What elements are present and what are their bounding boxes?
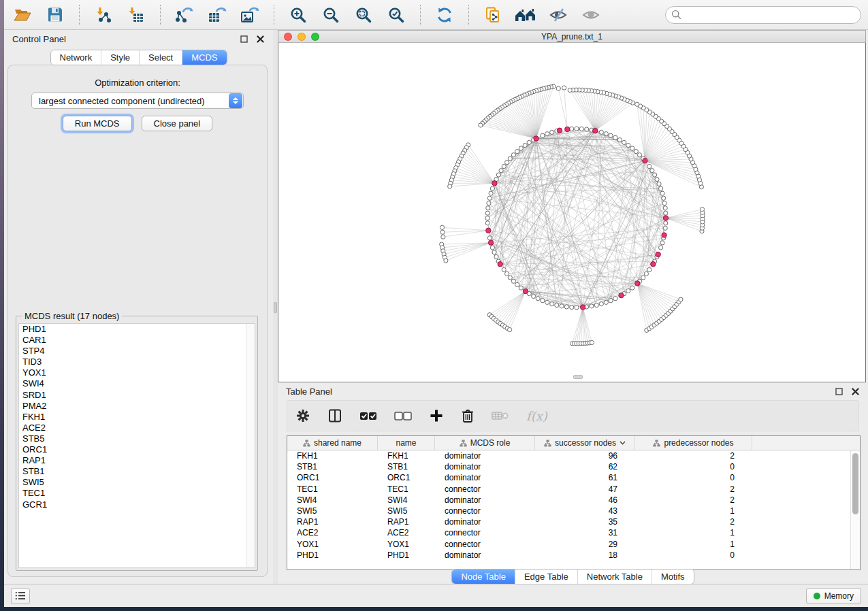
tab-select[interactable]: Select	[139, 50, 182, 65]
memory-button[interactable]: Memory	[806, 588, 861, 604]
dropdown-stepper-icon	[229, 93, 242, 108]
refresh-view-button[interactable]	[433, 3, 456, 27]
table-cell: ACE2	[287, 528, 378, 538]
save-session-button[interactable]	[44, 3, 67, 27]
export-network-button[interactable]	[173, 3, 196, 27]
export-image-button[interactable]	[238, 3, 261, 27]
select-all-columns-button[interactable]	[358, 406, 379, 426]
hide-eye-icon	[549, 6, 568, 24]
table-cell: SWI5	[287, 506, 378, 516]
show-all-button[interactable]	[579, 3, 602, 27]
table-row[interactable]: SWI5SWI5connector431	[287, 506, 850, 516]
mcds-result-item[interactable]: TEC1	[19, 488, 255, 499]
mcds-result-item[interactable]: PMA2	[19, 401, 255, 412]
open-session-button[interactable]	[11, 3, 34, 27]
optimization-dropdown[interactable]: largest connected component (undirected)	[31, 93, 244, 109]
tab-network-table[interactable]: Network Table	[577, 569, 652, 584]
save-icon	[46, 6, 64, 24]
mcds-result-item[interactable]: ORC1	[19, 444, 255, 455]
table-row[interactable]: TEC1TEC1connector472	[287, 484, 850, 495]
vertical-splitter-handle[interactable]	[274, 302, 277, 313]
mcds-result-list[interactable]: PHD1CAR1STP4TID3YOX1SWI4SRD1PMA2FKH1ACE2…	[18, 323, 255, 568]
tab-motifs[interactable]: Motifs	[652, 569, 694, 584]
zoom-fit-button[interactable]	[352, 3, 375, 27]
delete-columns-button[interactable]	[460, 406, 476, 426]
float-panel-button[interactable]	[239, 34, 248, 44]
task-history-button[interactable]	[11, 588, 30, 604]
horizontal-splitter-handle[interactable]	[573, 375, 583, 379]
table-cell: dominator	[435, 550, 535, 560]
table-row[interactable]: STB1STB1dominator620	[287, 461, 850, 472]
table-row[interactable]: SWI4SWI4dominator462	[287, 495, 850, 506]
mcds-result-item[interactable]: STB1	[19, 466, 255, 477]
mcds-result-item[interactable]: SRD1	[19, 390, 255, 401]
mcds-result-item[interactable]: SWI5	[19, 477, 255, 488]
mcds-result-item[interactable]: STB5	[19, 433, 255, 444]
table-settings-button[interactable]	[294, 406, 312, 426]
export-table-button[interactable]	[206, 3, 229, 27]
tab-node-table[interactable]: Node Table	[452, 569, 515, 584]
mcds-result-item[interactable]: YOX1	[19, 367, 255, 378]
mcds-result-item[interactable]: ACE2	[19, 423, 255, 433]
search-area	[665, 6, 861, 24]
import-table-button[interactable]	[125, 3, 148, 27]
table-row[interactable]: ACE2ACE2connector311	[287, 527, 850, 538]
unselect-all-columns-button[interactable]	[393, 406, 413, 426]
table-row[interactable]: RAP1RAP1dominator352	[287, 516, 850, 527]
zoom-out-button[interactable]	[319, 3, 342, 27]
table-row[interactable]: YOX1YOX1connector291	[287, 539, 850, 550]
float-icon	[240, 35, 248, 43]
close-panel-button-mcds[interactable]: Close panel	[142, 116, 213, 131]
search-input[interactable]	[684, 10, 855, 20]
hide-selected-button[interactable]	[547, 3, 570, 27]
result-scrollbar[interactable]	[246, 324, 255, 567]
table-cell: TEC1	[287, 484, 378, 494]
network-titlebar[interactable]: YPA_prune.txt_1	[278, 30, 866, 43]
create-column-button[interactable]	[428, 406, 445, 426]
table-row[interactable]: FKH1FKH1dominator962	[287, 450, 850, 461]
tab-network[interactable]: Network	[50, 50, 101, 65]
column-header-shared-name[interactable]: shared name	[287, 436, 378, 450]
control-panel-title: Control Panel	[12, 34, 66, 44]
tab-edge-table[interactable]: Edge Table	[515, 569, 577, 584]
import-network-button[interactable]	[92, 3, 115, 27]
column-header-MCDS-role[interactable]: MCDS role	[435, 436, 535, 450]
houses-button[interactable]	[514, 3, 537, 27]
tab-mcds[interactable]: MCDS	[182, 50, 226, 65]
show-columns-button[interactable]	[326, 406, 344, 426]
column-label: shared name	[314, 438, 361, 448]
table-cell: 35	[535, 517, 635, 527]
mcds-result-item[interactable]: SWI4	[19, 378, 255, 389]
table-cell: FKH1	[378, 451, 435, 461]
table-scrollbar[interactable]	[850, 450, 860, 569]
mcds-result-item[interactable]: FKH1	[19, 412, 255, 423]
mcds-result-item[interactable]: TID3	[19, 357, 255, 367]
mcds-result-item[interactable]: PHD1	[19, 324, 255, 335]
table-cell: FKH1	[287, 451, 378, 461]
table-row[interactable]: PHD1PHD1dominator180	[287, 550, 850, 561]
zoom-in-button[interactable]	[287, 3, 310, 27]
table-cell: dominator	[435, 473, 535, 482]
zoom-selected-button[interactable]	[385, 3, 408, 27]
mcds-result-item[interactable]: CAR1	[19, 335, 255, 346]
table-scrollbar-thumb[interactable]	[852, 453, 858, 514]
table-cell: 1	[635, 540, 752, 549]
mcds-result-item[interactable]: RAP1	[19, 455, 255, 466]
vertical-splitter[interactable]	[273, 30, 278, 584]
network-view[interactable]	[278, 43, 866, 382]
clone-network-button[interactable]	[481, 3, 504, 27]
column-header-successor-nodes[interactable]: successor nodes	[535, 436, 635, 450]
column-header-name[interactable]: name	[378, 436, 435, 450]
table-row[interactable]: ORC1ORC1dominator610	[287, 472, 850, 483]
tab-style[interactable]: Style	[101, 50, 139, 65]
close-table-panel-button[interactable]	[850, 386, 860, 396]
column-header-predecessor-nodes[interactable]: predecessor nodes	[635, 436, 752, 450]
close-panel-button[interactable]	[255, 34, 265, 44]
network-window: YPA_prune.txt_1	[278, 30, 866, 382]
run-mcds-button[interactable]: Run MCDS	[63, 116, 132, 131]
mcds-result-item[interactable]: GCR1	[19, 499, 255, 510]
mcds-result-item[interactable]: STP4	[19, 346, 255, 357]
search-box[interactable]	[665, 6, 861, 24]
float-table-panel-button[interactable]	[834, 386, 843, 396]
table-cell: 0	[635, 473, 752, 482]
